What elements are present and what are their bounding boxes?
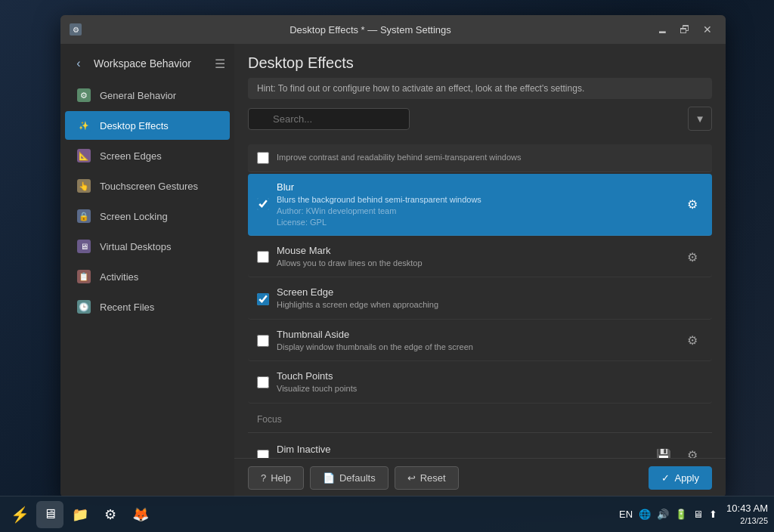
- taskbar-network-icon: 🌐: [639, 509, 651, 520]
- effect-info-touch-points: Touch Points Visualize touch points: [277, 370, 703, 394]
- effect-desc-contrast: Improve contrast and readability behind …: [277, 152, 703, 163]
- thumbnail-aside-settings-button[interactable]: ⚙: [682, 330, 703, 351]
- sidebar-item-virtual-desktops[interactable]: 🖥 Virtual Desktops: [65, 232, 230, 261]
- sidebar-item-label: Screen Locking: [100, 211, 168, 222]
- effect-info-blur: Blur Blurs the background behind semi-tr…: [277, 181, 674, 227]
- effect-item-dim-inactive[interactable]: Dim Inactive Darken inactive windows 💾 ⚙: [248, 436, 712, 458]
- effect-info-screen-edge: Screen Edge Highlights a screen edge whe…: [277, 286, 703, 311]
- effect-name-screen-edge: Screen Edge: [277, 286, 703, 298]
- minimize-button[interactable]: 🗕: [653, 20, 671, 39]
- sidebar-item-screen-locking[interactable]: 🔒 Screen Locking: [65, 202, 230, 230]
- effect-desc-thumbnail-aside: Display window thumbnails on the edge of…: [277, 342, 674, 353]
- effect-item-thumbnail-aside[interactable]: Thumbnail Aside Display window thumbnail…: [248, 321, 712, 361]
- sidebar-item-recent-files[interactable]: 🕒 Recent Files: [65, 292, 230, 321]
- general-behavior-icon: ⚙: [76, 87, 92, 104]
- apply-label: Apply: [674, 472, 699, 484]
- search-input[interactable]: [248, 108, 410, 130]
- sidebar-item-label: Activities: [100, 271, 138, 283]
- effect-info-mouse-mark: Mouse Mark Allows you to draw lines on t…: [277, 245, 674, 269]
- effect-desc-touch-points: Visualize touch points: [277, 383, 703, 394]
- effect-checkbox-contrast[interactable]: [257, 152, 269, 164]
- effect-item-mouse-mark[interactable]: Mouse Mark Allows you to draw lines on t…: [248, 237, 712, 277]
- taskbar-app-icon-2[interactable]: 📁: [67, 501, 94, 528]
- mouse-mark-settings-button[interactable]: ⚙: [682, 246, 703, 268]
- sidebar-item-label: General Behavior: [100, 90, 176, 101]
- taskbar: ⚡ 🖥 📁 ⚙ 🦊 EN 🌐 🔊 🔋 🖥 ⬆ 10:43 AM 2/13/25: [0, 496, 774, 532]
- close-button[interactable]: ✕: [698, 20, 717, 39]
- taskbar-app-icon-4[interactable]: 🦊: [127, 501, 154, 528]
- sidebar-item-label: Virtual Desktops: [100, 241, 171, 252]
- maximize-button[interactable]: 🗗: [676, 20, 694, 39]
- recent-files-icon: 🕒: [76, 298, 92, 315]
- search-wrapper: 🔍: [248, 108, 682, 130]
- help-label: Help: [271, 472, 291, 484]
- taskbar-app-icon-1[interactable]: 🖥: [36, 501, 63, 528]
- taskbar-app-icon-3[interactable]: ⚙: [97, 501, 124, 528]
- window-controls: 🗕 🗗 ✕: [653, 20, 717, 39]
- sidebar-header: ‹ Workspace Behavior ☰: [60, 47, 234, 80]
- taskbar-sys-icons: EN 🌐 🔊 🔋 🖥 ⬆: [619, 509, 717, 520]
- effect-desc-mouse-mark: Allows you to draw lines on the desktop: [277, 258, 674, 269]
- effect-checkbox-screen-edge[interactable]: [257, 293, 269, 305]
- taskbar-clock: 10:43 AM 2/13/25: [726, 503, 768, 526]
- sidebar-item-activities[interactable]: 📋 Activities: [65, 262, 230, 291]
- effect-checkbox-mouse-mark[interactable]: [257, 251, 269, 263]
- help-button[interactable]: ? Help: [248, 466, 304, 490]
- effect-name-thumbnail-aside: Thumbnail Aside: [277, 329, 674, 340]
- effect-desc-screen-edge: Highlights a screen edge when approachin…: [277, 299, 703, 311]
- sidebar-item-label: Touchscreen Gestures: [100, 181, 198, 192]
- effect-checkbox-blur[interactable]: [257, 198, 269, 210]
- effect-item-touch-points[interactable]: Touch Points Visualize touch points: [248, 363, 712, 403]
- defaults-button[interactable]: 📄 Defaults: [310, 466, 389, 490]
- focus-divider: [248, 432, 712, 433]
- apply-button[interactable]: ✓ Apply: [649, 466, 712, 490]
- apply-icon: ✓: [661, 472, 670, 484]
- taskbar-right: EN 🌐 🔊 🔋 🖥 ⬆ 10:43 AM 2/13/25: [619, 503, 768, 526]
- taskbar-volume-icon: 🔊: [657, 509, 669, 520]
- effect-checkbox-dim-inactive[interactable]: [257, 450, 269, 458]
- defaults-icon: 📄: [323, 472, 335, 484]
- sidebar-item-touchscreen-gestures[interactable]: 👆 Touchscreen Gestures: [65, 172, 230, 200]
- reset-button[interactable]: ↩ Reset: [395, 466, 459, 490]
- titlebar: ⚙ Desktop Effects * — System Settings 🗕 …: [60, 15, 726, 44]
- desktop-effects-icon: ✨: [76, 117, 92, 134]
- sidebar-menu-button[interactable]: ☰: [215, 57, 225, 71]
- reset-icon: ↩: [407, 472, 416, 484]
- effect-item-contrast[interactable]: Improve contrast and readability behind …: [248, 144, 712, 172]
- taskbar-left: ⚡ 🖥 📁 ⚙ 🦊: [6, 501, 154, 528]
- effect-meta-author: Author: KWin development team: [277, 206, 674, 216]
- main-content: Desktop Effects Hint: To find out or con…: [234, 44, 726, 497]
- footer-left: ? Help 📄 Defaults ↩ Reset: [248, 466, 459, 490]
- effect-item-blur[interactable]: Blur Blurs the background behind semi-tr…: [248, 174, 712, 236]
- page-title: Desktop Effects: [248, 54, 712, 72]
- effect-checkbox-touch-points[interactable]: [257, 376, 269, 388]
- filter-button[interactable]: ▼: [688, 107, 712, 131]
- sidebar-item-general-behavior[interactable]: ⚙ General Behavior: [65, 81, 230, 110]
- footer: ? Help 📄 Defaults ↩ Reset ✓ App: [234, 458, 726, 497]
- sidebar-item-label: Recent Files: [100, 302, 154, 313]
- effect-name-touch-points: Touch Points: [277, 370, 703, 382]
- sidebar-item-desktop-effects[interactable]: ✨ Desktop Effects: [65, 111, 230, 140]
- taskbar-display-icon: 🖥: [693, 509, 703, 520]
- taskbar-start-icon[interactable]: ⚡: [6, 501, 33, 528]
- screen-locking-icon: 🔒: [76, 208, 92, 224]
- blur-settings-button[interactable]: ⚙: [682, 193, 703, 215]
- effect-name-mouse-mark: Mouse Mark: [277, 245, 674, 256]
- back-button[interactable]: ‹: [70, 54, 88, 73]
- section-focus: Focus: [248, 405, 712, 429]
- dim-inactive-settings-button[interactable]: ⚙: [682, 445, 703, 458]
- reset-label: Reset: [420, 472, 446, 484]
- dim-inactive-save-button[interactable]: 💾: [653, 445, 674, 458]
- effect-item-screen-edge[interactable]: Screen Edge Highlights a screen edge whe…: [248, 279, 712, 319]
- taskbar-battery-icon: 🔋: [675, 509, 687, 520]
- effect-checkbox-thumbnail-aside[interactable]: [257, 335, 269, 347]
- help-icon: ?: [261, 472, 266, 484]
- sidebar-item-screen-edges[interactable]: 📐 Screen Edges: [65, 141, 230, 170]
- effect-name-blur: Blur: [277, 181, 674, 193]
- effect-meta-license: License: GPL: [277, 217, 674, 227]
- touchscreen-gestures-icon: 👆: [76, 178, 92, 194]
- main-header: Desktop Effects Hint: To find out or con…: [234, 44, 726, 144]
- hint-bar: Hint: To find out or configure how to ac…: [248, 78, 712, 99]
- effect-info-dim-inactive: Dim Inactive Darken inactive windows: [277, 444, 646, 458]
- activities-icon: 📋: [76, 268, 92, 285]
